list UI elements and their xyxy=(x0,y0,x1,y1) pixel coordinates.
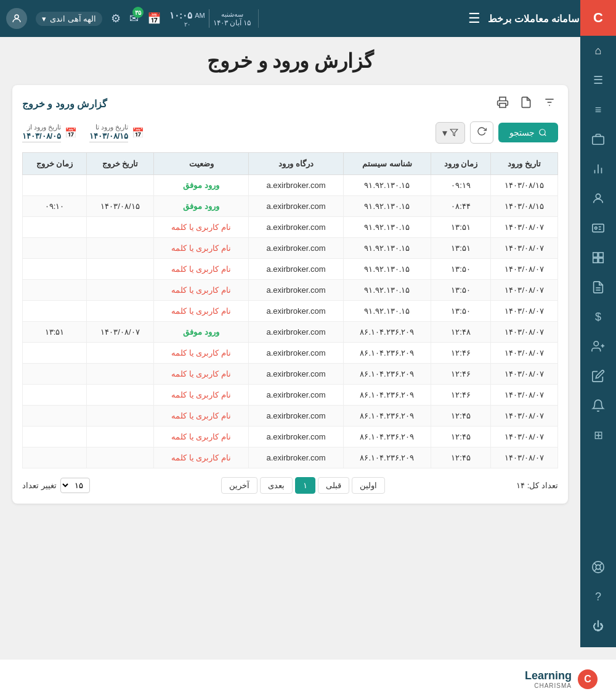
cell-system-id: ۹۱.۹۲.۱۳۰.۱۵ xyxy=(343,217,431,238)
cell-exit-date xyxy=(87,364,154,385)
chevron-down-filter-icon: ▾ xyxy=(442,127,447,139)
ampm-label: AM xyxy=(195,12,205,19)
col-system-id: شناسه سیستم xyxy=(343,153,431,175)
sidebar-item-idcard[interactable] xyxy=(580,213,616,243)
sidebar-item-document[interactable]: ≡ xyxy=(580,95,616,125)
cell-entry-date: ۱۴۰۳/۰۸/۰۷ xyxy=(491,259,558,280)
cell-status: ورود موفق xyxy=(153,196,248,217)
cell-exit-date xyxy=(87,175,154,196)
sidebar-item-bell[interactable] xyxy=(580,391,616,420)
cell-entry-time: ۱۳:۵۰ xyxy=(431,259,490,280)
col-entry-date: تاریخ ورود xyxy=(491,153,558,175)
sidebar-bottom: ? ⏻ xyxy=(580,552,616,647)
page-buttons: اولینقبلی۱بعدیآخرین xyxy=(221,477,385,494)
sidebar-item-report[interactable] xyxy=(580,272,616,302)
cell-entry-time: ۱۲:۴۶ xyxy=(431,343,490,364)
cell-entry-time: ۱۳:۵۱ xyxy=(431,217,490,238)
svg-point-3 xyxy=(595,227,598,229)
search-button[interactable]: جستجو xyxy=(498,123,558,142)
cell-exit-time xyxy=(23,259,87,280)
refresh-button[interactable] xyxy=(470,121,493,144)
card-title: گزارش ورود و خروج xyxy=(22,98,107,110)
cell-status: ورود موفق xyxy=(153,175,248,196)
cell-status: نام کاربری یا کلمه xyxy=(153,427,248,448)
table-row: ۱۴۰۳/۰۸/۰۷ ۱۲:۴۶ ۸۶.۱۰۴.۲۳۶.۲۰۹ a.exirbr… xyxy=(23,385,558,406)
cell-system-id: ۸۶.۱۰۴.۲۳۶.۲۰۹ xyxy=(343,406,431,427)
hamburger-icon[interactable]: ☰ xyxy=(468,10,480,27)
cell-entry-date: ۱۴۰۳/۰۸/۰۷ xyxy=(491,448,558,468)
sidebar-item-grid[interactable]: ⊞ xyxy=(580,420,616,450)
cell-exit-time xyxy=(23,448,87,468)
cell-entry-date: ۱۴۰۳/۰۸/۱۵ xyxy=(491,175,558,196)
filter-button[interactable]: ▾ xyxy=(436,122,465,144)
page-btn-1[interactable]: قبلی xyxy=(318,477,349,494)
cell-status: نام کاربری یا کلمه xyxy=(153,217,248,238)
sidebar-item-layers[interactable] xyxy=(580,243,616,272)
report-table: تاریخ ورود زمان ورود شناسه سیستم درگاه و… xyxy=(22,152,558,468)
card-actions xyxy=(494,95,558,113)
cell-gateway: a.exirbroker.com xyxy=(249,280,343,301)
total-value: ۱۴ xyxy=(516,481,525,490)
table-row: ۱۴۰۳/۰۸/۱۵ ۰۹:۱۹ ۹۱.۹۲.۱۳۰.۱۵ a.exirbrok… xyxy=(23,175,558,196)
cell-entry-date: ۱۴۰۳/۰۸/۰۷ xyxy=(491,217,558,238)
cell-gateway: a.exirbroker.com xyxy=(249,427,343,448)
cell-gateway: a.exirbroker.com xyxy=(249,364,343,385)
filter-settings-icon[interactable] xyxy=(541,95,558,113)
calendar-button[interactable]: 📅 xyxy=(147,12,161,25)
sidebar-item-list[interactable]: ☰ xyxy=(580,65,616,95)
app-title: سامانه معاملات برخط xyxy=(488,13,579,25)
sidebar-item-chart[interactable] xyxy=(580,154,616,184)
topnav-left: سامانه معاملات برخط ☰ xyxy=(468,10,579,27)
mail-notification[interactable]: ✉ ۳۵ xyxy=(129,12,139,25)
cell-entry-time: ۱۲:۴۶ xyxy=(431,364,490,385)
sidebar-item-person[interactable] xyxy=(580,184,616,213)
cell-exit-time xyxy=(23,238,87,259)
svg-rect-5 xyxy=(599,253,603,257)
page-btn-4[interactable]: آخرین xyxy=(221,477,257,494)
page-btn-2[interactable]: ۱ xyxy=(295,477,315,494)
svg-rect-23 xyxy=(500,104,506,108)
page-btn-3[interactable]: بعدی xyxy=(260,477,293,494)
card-header: گزارش ورود و خروج xyxy=(22,95,558,113)
sidebar-item-addperson[interactable] xyxy=(580,332,616,361)
svg-line-15 xyxy=(594,563,597,566)
date-from-field: 📅 تاریخ ورود از ۱۴۰۳/۰۸/۰۵ xyxy=(22,123,77,142)
table-row: ۱۴۰۳/۰۸/۰۷ ۱۲:۴۶ ۸۶.۱۰۴.۲۳۶.۲۰۹ a.exirbr… xyxy=(23,343,558,364)
sidebar-item-briefcase[interactable] xyxy=(580,125,616,154)
support-icon[interactable] xyxy=(580,552,616,582)
page-size-area: ۱۵ ۳۰ ۵۰ تغییر تعداد xyxy=(22,478,90,493)
notification-count: ۳۵ xyxy=(132,7,144,18)
cell-gateway: a.exirbroker.com xyxy=(249,238,343,259)
page-size-select[interactable]: ۱۵ ۳۰ ۵۰ xyxy=(60,478,90,493)
page-size-label: تغییر تعداد xyxy=(22,481,57,490)
calendar-from-icon[interactable]: 📅 xyxy=(65,127,77,139)
cell-system-id: ۹۱.۹۲.۱۳۰.۱۵ xyxy=(343,175,431,196)
cell-exit-time xyxy=(23,343,87,364)
page-btn-0[interactable]: اولین xyxy=(352,477,385,494)
cell-system-id: ۹۱.۹۲.۱۳۰.۱۵ xyxy=(343,259,431,280)
user-avatar[interactable] xyxy=(6,8,27,29)
cell-system-id: ۸۶.۱۰۴.۲۳۶.۲۰۹ xyxy=(343,343,431,364)
table-header: تاریخ ورود زمان ورود شناسه سیستم درگاه و… xyxy=(23,153,558,175)
cell-exit-date xyxy=(87,217,154,238)
calendar-to-icon[interactable]: 📅 xyxy=(132,127,144,139)
export-excel-icon[interactable] xyxy=(517,95,535,113)
svg-point-1 xyxy=(596,194,600,198)
cell-entry-time: ۱۳:۵۰ xyxy=(431,301,490,322)
power-icon[interactable]: ⏻ xyxy=(580,611,616,641)
table-row: ۱۴۰۳/۰۸/۰۷ ۱۳:۵۰ ۹۱.۹۲.۱۳۰.۱۵ a.exirbrok… xyxy=(23,301,558,322)
sidebar-item-edit[interactable] xyxy=(580,361,616,391)
user-area[interactable]: الهه آهی اندی ▾ xyxy=(36,12,102,26)
svg-rect-7 xyxy=(599,258,603,263)
cell-status: ورود موفق xyxy=(153,322,248,343)
cell-gateway: a.exirbroker.com xyxy=(249,322,343,343)
print-icon[interactable] xyxy=(494,95,511,113)
sidebar-item-dollar[interactable]: $ xyxy=(580,302,616,332)
help-icon[interactable]: ? xyxy=(580,582,616,611)
cell-gateway: a.exirbroker.com xyxy=(249,448,343,468)
cell-status: نام کاربری یا کلمه xyxy=(153,448,248,468)
cell-system-id: ۹۱.۹۲.۱۳۰.۱۵ xyxy=(343,196,431,217)
cell-exit-time xyxy=(23,301,87,322)
sidebar-item-home[interactable]: ⌂ xyxy=(580,36,616,65)
settings-icon[interactable]: ⚙ xyxy=(111,12,121,25)
